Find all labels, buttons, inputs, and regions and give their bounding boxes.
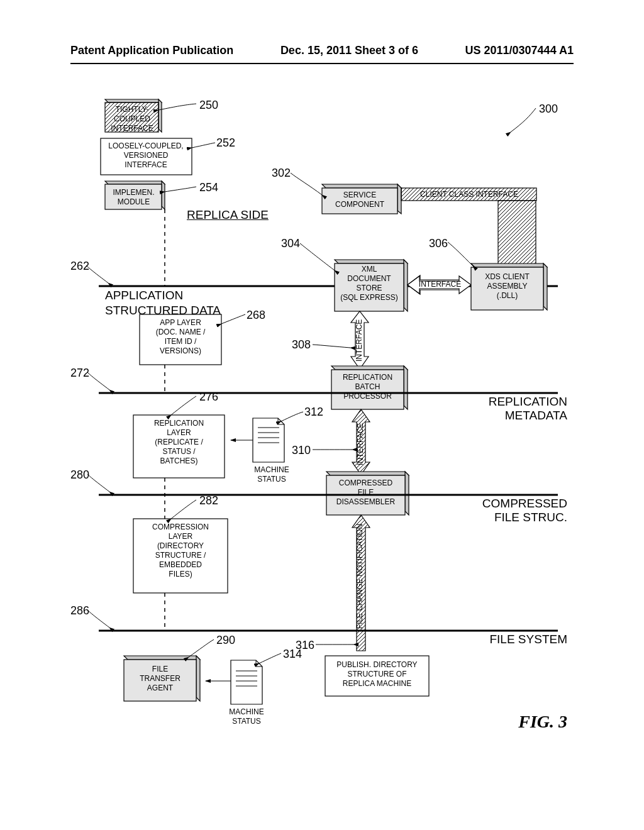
ref-308: 308 (292, 338, 311, 351)
layer-app-struct-data: APPLICATIONSTRUCTURED DATA (105, 288, 262, 318)
svg-marker-16 (335, 260, 408, 263)
figure-3: TIGHTLY-COUPLEDINTERFACE LOOSELY-COUPLED… (70, 97, 574, 751)
ref-310: 310 (292, 444, 311, 457)
publish-directory-text: PUBLISH. DIRECTORYSTRUCTURE OFREPLICA MA… (325, 660, 429, 689)
ref-304: 304 (281, 237, 300, 250)
layer-replication-metadata: REPLICATIONMETADATA (489, 395, 567, 423)
ref-300: 300 (539, 102, 558, 116)
svg-marker-28 (331, 366, 408, 370)
svg-marker-42 (405, 472, 409, 515)
layer-file-system: FILE SYSTEM (489, 633, 567, 646)
ref-252: 252 (216, 136, 235, 150)
compression-layer-text: COMPRESSIONLAYER(DIRECTORYSTRUCTURE /EMB… (133, 523, 228, 579)
svg-marker-29 (404, 366, 408, 409)
figure-caption: FIG. 3 (479, 711, 567, 733)
header-right: US 2011/0307444 A1 (465, 44, 574, 57)
ref-290: 290 (216, 634, 235, 647)
ref-250: 250 (199, 99, 218, 112)
ref-306: 306 (429, 237, 448, 250)
xds-client-assembly-text: XDS CLIENTASSEMBLY(.DLL) (471, 272, 543, 301)
header-center: Dec. 15, 2011 Sheet 3 of 6 (280, 44, 418, 57)
file-change-notification-text: FILE CHANGE NOTIFICATION (355, 620, 365, 629)
svg-marker-1 (158, 99, 162, 132)
legend-tightly-coupled-text: TIGHTLY-COUPLEDINTERFACE (107, 105, 157, 133)
svg-marker-8 (322, 184, 401, 188)
header-left: Patent Application Publication (70, 44, 233, 57)
app-layer-text: APP LAYER(DOC. NAME /ITEM ID /VERSIONS) (140, 318, 221, 356)
svg-marker-52 (196, 656, 200, 701)
client-class-interface-text: CLIENT CLASS INTERFACE (402, 190, 536, 199)
ref-268: 268 (247, 309, 265, 322)
compressed-file-disassembler-text: COMPRESSEDFILEDISASSEMBLER (326, 479, 405, 507)
legend-implemen-module-text: IMPLEMEN.MODULE (107, 188, 160, 207)
ref-254: 254 (199, 181, 218, 194)
ref-280: 280 (70, 468, 89, 482)
header-rule (70, 63, 574, 64)
xml-document-store-text: XMLDOCUMENTSTORE(SQL EXPRESS) (335, 265, 404, 302)
file-transfer-agent-text: FILETRANSFERAGENT (124, 665, 196, 693)
service-component-text: SERVICECOMPONENT (322, 191, 397, 209)
replica-side-label: REPLICA SIDE (187, 208, 287, 223)
ref-316: 316 (296, 639, 314, 652)
svg-marker-22 (471, 263, 547, 267)
svg-marker-4 (105, 181, 165, 184)
ref-302: 302 (272, 167, 291, 180)
svg-marker-9 (397, 184, 401, 214)
layer-compressed-file-struc: COMPRESSEDFILE STRUC. (482, 497, 567, 524)
svg-marker-41 (326, 472, 409, 475)
interface-label-2: INTERFACE (355, 353, 364, 362)
svg-marker-23 (543, 263, 547, 310)
ref-282: 282 (199, 494, 218, 507)
ref-276: 276 (199, 390, 218, 404)
replication-batch-processor-text: REPLICATIONBATCHPROCESSOR (331, 373, 404, 401)
svg-marker-0 (105, 99, 162, 102)
ref-312: 312 (304, 406, 323, 419)
machine-status-label-1: MACHINESTATUS (247, 465, 297, 484)
machine-status-label-2: MACHINESTATUS (221, 707, 272, 726)
svg-marker-5 (162, 181, 165, 209)
svg-marker-51 (124, 656, 200, 660)
ref-262: 262 (70, 260, 89, 273)
ref-272: 272 (70, 367, 89, 380)
replication-layer-text: REPLICATIONLAYER(REPLICATE /STATUS /BATC… (133, 419, 225, 466)
svg-marker-17 (404, 260, 408, 311)
interface-label-1: INTERFACE (413, 280, 467, 289)
legend-loosely-coupled-text: LOOSELY-COUPLED,VERSIONEDINTERFACE (102, 141, 190, 170)
interface-label-3: INTERFACE (356, 456, 365, 465)
ref-286: 286 (70, 604, 89, 617)
